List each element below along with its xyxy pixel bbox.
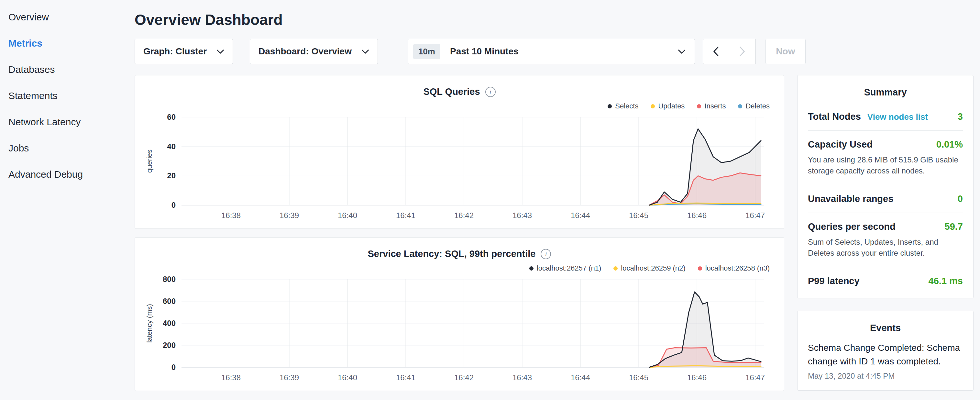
main-content: Overview Dashboard Graph: Cluster Dashbo… [129, 0, 980, 400]
chart-svg: 020406016:3816:3916:4016:4116:4216:4316:… [143, 111, 776, 224]
legend-item: localhost:26258 (n3) [698, 264, 770, 273]
y-tick-label: 0 [172, 201, 176, 209]
graph-dropdown[interactable]: Graph: Cluster [135, 39, 233, 64]
chart-title-row: Service Latency: SQL, 99th percentile i [143, 249, 776, 259]
summary-item-queries-per-second: Queries per second 59.7 Sum of Selects, … [808, 213, 963, 267]
summary-description: You are using 28.6 MiB of 515.9 GiB usab… [808, 155, 963, 176]
page-title: Overview Dashboard [135, 11, 974, 29]
view-nodes-link[interactable]: View nodes list [867, 112, 928, 122]
info-icon[interactable]: i [541, 249, 551, 259]
chart-title: Service Latency: SQL, 99th percentile [368, 249, 536, 259]
legend-dot-icon [529, 266, 533, 271]
summary-item-unavailable-ranges: Unavailable ranges 0 [808, 185, 963, 213]
info-icon[interactable]: i [485, 87, 496, 97]
sidebar-nav: OverviewMetricsDatabasesStatementsNetwor… [0, 0, 129, 400]
legend-item: Updates [651, 102, 685, 111]
legend-item: Deletes [738, 102, 770, 111]
legend-item: localhost:26257 (n1) [529, 264, 601, 273]
y-tick-label: 20 [167, 171, 176, 180]
summary-item-total-nodes: Total Nodes View nodes list 3 [808, 103, 963, 131]
summary-description: Sum of Selects, Updates, Inserts, and De… [808, 237, 963, 258]
events-title: Events [808, 319, 963, 338]
x-tick-label: 16:43 [512, 373, 532, 382]
graph-dropdown-label: Graph: Cluster [143, 46, 207, 57]
x-tick-label: 16:38 [221, 373, 241, 382]
y-tick-label: 400 [163, 319, 176, 328]
y-axis-label: latency (ms) [145, 304, 153, 343]
summary-value: 0 [958, 193, 963, 204]
sidebar-item-network-latency[interactable]: Network Latency [8, 109, 129, 135]
right-column: Summary Total Nodes View nodes list 3 Ca… [797, 75, 974, 390]
legend-dot-icon [697, 104, 701, 108]
summary-row: P99 latency 46.1 ms [808, 276, 963, 287]
x-tick-label: 16:43 [512, 211, 532, 220]
chart-svg: 020040060080016:3816:3916:4016:4116:4216… [143, 273, 776, 386]
legend-dot-icon [698, 266, 702, 271]
legend-label: Deletes [745, 102, 770, 110]
dashboard-dropdown[interactable]: Dashboard: Overview [250, 39, 378, 64]
summary-value: 46.1 ms [929, 276, 963, 287]
time-step-buttons [703, 39, 756, 64]
x-tick-label: 16:47 [745, 373, 765, 382]
legend-item: Inserts [697, 102, 726, 111]
event-item: Schema Change Completed: Schema change w… [808, 341, 963, 381]
x-tick-label: 16:45 [629, 211, 648, 220]
now-button[interactable]: Now [765, 39, 806, 64]
x-tick-label: 16:38 [221, 211, 241, 220]
summary-item-capacity-used: Capacity Used 0.01% You are using 28.6 M… [808, 131, 963, 185]
summary-row: Capacity Used 0.01% [808, 139, 963, 150]
y-tick-label: 0 [172, 363, 176, 371]
summary-label: Total Nodes [808, 112, 861, 122]
x-tick-label: 16:40 [338, 373, 357, 382]
legend-label: localhost:26257 (n1) [537, 264, 601, 273]
summary-label: Unavailable ranges [808, 193, 893, 204]
sidebar-item-advanced-debug[interactable]: Advanced Debug [8, 161, 129, 187]
service-latency-plot[interactable]: 020040060080016:3816:3916:4016:4116:4216… [143, 273, 776, 386]
legend-label: Selects [615, 102, 638, 110]
sidebar-item-metrics[interactable]: Metrics [8, 30, 129, 56]
time-back-button[interactable] [703, 39, 729, 64]
legend-label: Updates [658, 102, 685, 110]
x-tick-label: 16:45 [629, 373, 648, 382]
x-tick-label: 16:42 [454, 211, 474, 220]
x-tick-label: 16:42 [454, 373, 474, 382]
x-tick-label: 16:46 [687, 211, 706, 220]
chart-legend: localhost:26257 (n1)localhost:26259 (n2)… [143, 264, 770, 273]
sidebar-item-databases[interactable]: Databases [8, 56, 129, 83]
summary-value: 59.7 [945, 222, 963, 232]
x-tick-label: 16:39 [280, 211, 299, 220]
summary-label: P99 latency [808, 276, 860, 287]
y-axis-label: queries [145, 150, 153, 173]
chevron-down-icon [361, 49, 369, 54]
chevron-down-icon [216, 49, 224, 54]
summary-item-p99-latency: P99 latency 46.1 ms [808, 267, 963, 295]
chevron-down-icon [678, 49, 686, 54]
chart-title: SQL Queries [423, 86, 480, 97]
legend-label: localhost:26258 (n3) [705, 264, 770, 273]
sidebar-item-jobs[interactable]: Jobs [8, 135, 129, 161]
x-tick-label: 16:46 [687, 373, 706, 382]
time-range-dropdown[interactable]: 10m Past 10 Minutes [408, 39, 695, 64]
x-tick-label: 16:41 [396, 211, 415, 220]
sql-queries-chart-card: SQL Queries i SelectsUpdatesInsertsDelet… [135, 75, 784, 229]
events-panel: Events Schema Change Completed: Schema c… [797, 311, 974, 390]
x-tick-label: 16:39 [280, 373, 299, 382]
legend-dot-icon [608, 104, 612, 108]
summary-title: Summary [808, 83, 963, 103]
legend-dot-icon [651, 104, 655, 108]
chart-legend: SelectsUpdatesInsertsDeletes [143, 102, 770, 111]
chevron-right-icon [739, 46, 745, 57]
sidebar-item-statements[interactable]: Statements [8, 83, 129, 109]
sidebar-item-overview[interactable]: Overview [8, 4, 129, 30]
charts-column: SQL Queries i SelectsUpdatesInsertsDelet… [135, 75, 784, 399]
time-forward-button[interactable] [729, 39, 756, 64]
legend-item: localhost:26259 (n2) [613, 264, 685, 273]
summary-value: 3 [958, 112, 963, 122]
sql-queries-plot[interactable]: 020406016:3816:3916:4016:4116:4216:4316:… [143, 111, 776, 224]
summary-label: Queries per second [808, 222, 896, 232]
summary-label: Capacity Used [808, 139, 873, 150]
chart-title-row: SQL Queries i [143, 86, 776, 97]
legend-label: Inserts [704, 102, 726, 110]
x-tick-label: 16:41 [396, 373, 415, 382]
x-tick-label: 16:44 [571, 211, 590, 220]
